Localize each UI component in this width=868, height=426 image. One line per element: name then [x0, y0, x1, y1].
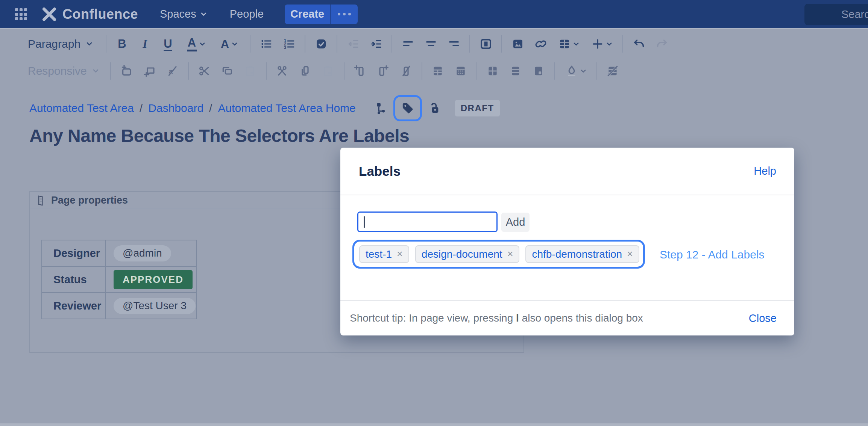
underline-icon: U: [164, 37, 172, 51]
cut-row-button[interactable]: [271, 59, 294, 83]
toolbar-divider: [106, 35, 106, 53]
insert-table-button[interactable]: [552, 32, 585, 56]
text-color-button[interactable]: A: [179, 32, 212, 56]
task-list-button[interactable]: [310, 32, 332, 56]
property-value-cell[interactable]: @Test User 3: [106, 293, 197, 319]
underline-button[interactable]: U: [156, 32, 179, 56]
labels-highlight-ring: test-1 × design-document × chfb-demonstr…: [352, 240, 645, 269]
insert-column-before-button[interactable]: [349, 59, 372, 83]
property-value-cell[interactable]: APPROVED: [106, 266, 197, 293]
labels-dialog-title: Labels: [359, 164, 401, 179]
header-row-button[interactable]: [426, 59, 449, 83]
app-switcher-button[interactable]: [13, 6, 29, 23]
cut-button[interactable]: [193, 59, 216, 83]
chevron-down-icon: [200, 42, 205, 46]
numbered-rows-button[interactable]: [449, 59, 472, 83]
copy-row-button[interactable]: [294, 59, 317, 83]
properties-table: Designer @admin Status APPROVED Reviewer…: [41, 240, 197, 319]
align-right-button[interactable]: [442, 32, 465, 56]
spaces-dropdown[interactable]: Spaces: [160, 8, 206, 20]
copy-button[interactable]: [216, 59, 239, 83]
undo-button[interactable]: [627, 32, 650, 56]
search-input[interactable]: Search: [804, 4, 868, 25]
create-button[interactable]: Create: [285, 5, 330, 24]
ellipsis-icon: [338, 13, 340, 15]
bullet-list-button[interactable]: [255, 32, 278, 56]
table-row: Designer @admin: [42, 240, 197, 266]
insert-image-button[interactable]: [506, 32, 529, 56]
cell-options-button[interactable]: [527, 59, 550, 83]
restrictions-button[interactable]: [424, 98, 444, 118]
insert-more-button[interactable]: [585, 32, 618, 56]
split-cells-button[interactable]: [504, 59, 527, 83]
cell-plus-icon: [120, 65, 132, 77]
confluence-logo[interactable]: Confluence: [41, 6, 138, 22]
breadcrumb-link-page[interactable]: Automated Test Area Home: [218, 102, 355, 115]
delete-table-button[interactable]: [601, 59, 624, 83]
draft-badge: DRAFT: [455, 100, 500, 116]
table-numbered-icon: [455, 65, 467, 77]
confluence-logo-text: Confluence: [62, 6, 138, 22]
indent-icon: [370, 38, 382, 50]
responsive-dropdown[interactable]: Responsive: [28, 65, 99, 77]
page-layout-button[interactable]: [474, 32, 497, 56]
label-pill[interactable]: chfb-demonstration ×: [525, 245, 639, 263]
more-formatting-icon: A: [221, 38, 229, 50]
clear-format-icon: a: [166, 65, 178, 77]
label-text: design-document: [422, 248, 502, 260]
remove-label-button[interactable]: ×: [397, 249, 403, 259]
breadcrumb-link-space[interactable]: Automated Test Area: [29, 102, 134, 115]
italic-button[interactable]: I: [134, 32, 156, 56]
chevron-down-icon: [232, 42, 237, 46]
italic-icon: I: [143, 37, 147, 51]
indent-button[interactable]: [364, 32, 387, 56]
align-left-button[interactable]: [396, 32, 419, 56]
window-bottom-edge: [0, 423, 868, 426]
people-link[interactable]: People: [230, 8, 264, 20]
align-center-button[interactable]: [419, 32, 442, 56]
merge-cells-button[interactable]: [481, 59, 504, 83]
redo-button[interactable]: [650, 32, 673, 56]
copy-column-icon: [299, 65, 311, 77]
property-value-cell[interactable]: @admin: [106, 240, 197, 266]
property-label-cell[interactable]: Designer: [42, 240, 106, 266]
page-tree-button[interactable]: [372, 98, 391, 118]
create-more-button[interactable]: [330, 5, 358, 24]
paragraph-style-dropdown[interactable]: Paragraph: [28, 38, 94, 50]
cell-color-button[interactable]: [559, 59, 592, 83]
insert-cell-button[interactable]: [115, 59, 138, 83]
labels-button[interactable]: [393, 95, 422, 121]
remove-formatting-button[interactable]: a: [161, 59, 184, 83]
label-input[interactable]: [357, 211, 498, 232]
table-delete-icon: [607, 65, 619, 77]
label-text: test-1: [366, 248, 392, 260]
paste-row-button[interactable]: [317, 59, 340, 83]
property-label-cell[interactable]: Reviewer: [42, 293, 106, 319]
labels-dialog-header: Labels Help: [340, 148, 794, 195]
numbered-list-button[interactable]: 123: [278, 32, 300, 56]
remove-label-button[interactable]: ×: [507, 249, 513, 259]
outdent-button[interactable]: [341, 32, 364, 56]
add-button[interactable]: Add: [501, 213, 530, 232]
page-title-input[interactable]: Any Name Because The Selectors Are Label…: [29, 125, 409, 146]
label-text: chfb-demonstration: [532, 248, 622, 260]
labels-dialog-body: Add test-1 × design-document × chfb-demo…: [340, 195, 794, 300]
paste-button[interactable]: [239, 59, 262, 83]
remove-label-button[interactable]: ×: [627, 249, 633, 259]
label-pill[interactable]: test-1 ×: [359, 245, 409, 263]
chevron-down-icon: [581, 69, 586, 73]
inline-comment-button[interactable]: [138, 59, 161, 83]
bold-button[interactable]: B: [111, 32, 134, 56]
more-formatting-button[interactable]: A: [212, 32, 246, 56]
label-tag-icon: [401, 102, 414, 115]
insert-link-button[interactable]: [529, 32, 552, 56]
help-link[interactable]: Help: [754, 165, 776, 177]
breadcrumb-link-dashboard[interactable]: Dashboard: [148, 102, 203, 115]
close-button[interactable]: Close: [749, 312, 777, 325]
delete-column-button[interactable]: [395, 59, 417, 83]
responsive-label: Responsive: [28, 65, 87, 77]
label-pill[interactable]: design-document ×: [415, 245, 520, 263]
comment-plus-icon: [143, 65, 155, 77]
insert-column-after-button[interactable]: [372, 59, 395, 83]
property-label-cell[interactable]: Status: [42, 266, 106, 293]
